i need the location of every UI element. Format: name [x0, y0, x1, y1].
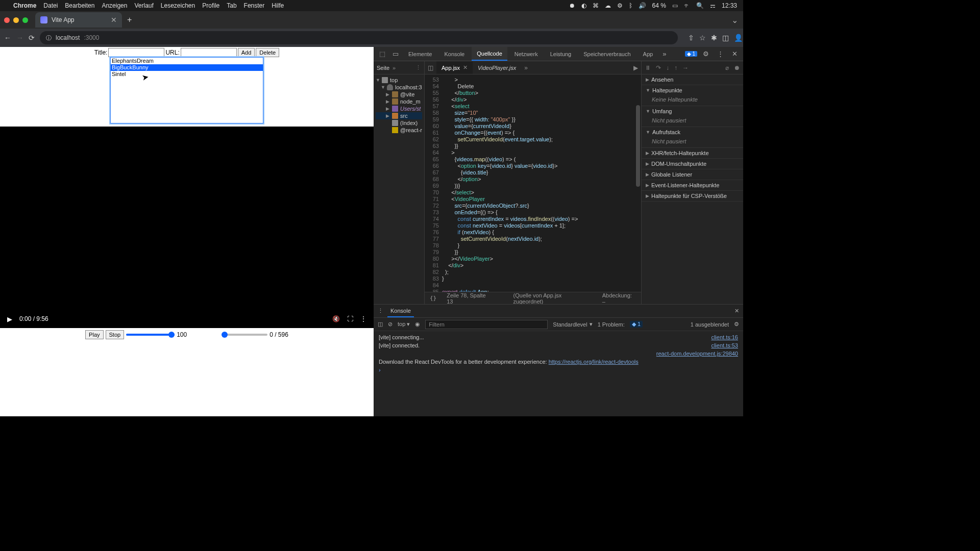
menu-tab[interactable]: Tab	[227, 2, 236, 9]
global-listener-section[interactable]: Globale Listener	[651, 171, 692, 178]
minimize-window-button[interactable]	[13, 17, 19, 23]
mute-icon[interactable]: 🔇	[332, 315, 340, 322]
xhr-section[interactable]: XHR/fetch-Haltepunkte	[651, 150, 709, 156]
editor-scrollbar[interactable]	[636, 105, 640, 187]
play-icon[interactable]: ▶	[7, 315, 12, 323]
editor-run-icon[interactable]: ▶	[630, 64, 641, 71]
video-menu-icon[interactable]: ⋮	[360, 315, 366, 322]
maximize-window-button[interactable]	[22, 17, 28, 23]
close-drawer-icon[interactable]: ✕	[734, 308, 739, 314]
seek-slider[interactable]	[222, 334, 267, 336]
format-icon[interactable]: {}	[430, 295, 436, 302]
tab-elemente[interactable]: Elemente	[403, 47, 437, 61]
tab-app[interactable]: App	[638, 47, 658, 61]
pause-icon[interactable]: ⏸	[645, 64, 651, 71]
menubar-status-icon[interactable]: ☁	[605, 2, 611, 9]
inspect-icon[interactable]: ⬚	[377, 50, 388, 58]
watch-section[interactable]: Ansehen	[651, 77, 673, 83]
menu-fenster[interactable]: Fenster	[244, 2, 265, 9]
volume-slider[interactable]	[126, 334, 175, 336]
bookmark-icon[interactable]: ☆	[699, 34, 706, 42]
tab-konsole[interactable]: Konsole	[439, 47, 470, 61]
step-out-icon[interactable]: ↑	[674, 64, 677, 71]
search-icon[interactable]: 🔍	[696, 2, 704, 9]
file-tree[interactable]: ▼top ▼localhost:3 ▶@vite ▶node_m ▶Users/…	[374, 74, 424, 136]
url-input[interactable]	[181, 48, 237, 57]
live-expression-icon[interactable]: ◉	[415, 321, 420, 328]
wifi-icon[interactable]: ᯤ	[684, 2, 690, 9]
close-tab-icon[interactable]: ✕	[111, 16, 117, 24]
reload-button[interactable]: ⟳	[29, 34, 35, 42]
page-tab[interactable]: Seite	[377, 65, 389, 71]
pause-exceptions-icon[interactable]: ⏺	[734, 64, 740, 71]
nav-menu-icon[interactable]: ⋮	[415, 64, 421, 71]
address-bar[interactable]: ⓘ localhost:3000	[40, 31, 678, 44]
select-option[interactable]: Sintel	[111, 71, 263, 78]
close-tab-icon[interactable]: ✕	[463, 64, 468, 71]
tab-netzwerk[interactable]: Netzwerk	[509, 47, 543, 61]
browser-tab[interactable]: Vite App ✕	[35, 12, 122, 28]
drawer-menu-icon[interactable]: ⋮	[378, 308, 383, 314]
callstack-section[interactable]: Aufrufstack	[652, 129, 680, 135]
clear-console-icon[interactable]: ⊘	[388, 321, 393, 328]
tab-leistung[interactable]: Leistung	[545, 47, 577, 61]
menubar-status-icon[interactable]: ⌘	[593, 2, 599, 9]
problems-badge[interactable]: ◆ 1	[630, 321, 643, 328]
console-context[interactable]: top ▾	[398, 321, 410, 328]
console-filter-input[interactable]: Filtern	[425, 320, 548, 329]
menubar-status-icon[interactable]: ⚙	[617, 2, 623, 9]
video-select[interactable]: ElephantsDreamBigBuckBunnySintel	[110, 57, 263, 123]
share-icon[interactable]: ⇧	[688, 34, 694, 42]
code-editor[interactable]: 5354555657585960616263646566676869707172…	[425, 74, 641, 292]
devtools-menu-icon[interactable]: ⋮	[715, 50, 726, 58]
tab-speicher[interactable]: Speicherverbrauch	[578, 47, 635, 61]
delete-button[interactable]: Delete	[256, 48, 279, 57]
log-level-select[interactable]: Standardlevel ▾	[553, 321, 592, 328]
more-nav-icon[interactable]: »	[393, 65, 396, 71]
event-listener-section[interactable]: Event-Listener-Haltepunkte	[651, 182, 719, 188]
menu-bearbeiten[interactable]: Bearbeiten	[65, 2, 94, 9]
control-center-icon[interactable]: ⚎	[710, 2, 716, 9]
console-tab[interactable]: Konsole	[387, 305, 414, 317]
console-settings-icon[interactable]: ⚙	[734, 321, 739, 328]
menu-hilfe[interactable]: Hilfe	[272, 2, 284, 9]
more-tabs-icon[interactable]: »	[660, 50, 669, 58]
select-option[interactable]: ElephantsDream	[111, 58, 263, 64]
volume-icon[interactable]: 🔊	[639, 2, 646, 9]
problems-label[interactable]: 1 Problem:	[598, 321, 625, 328]
issues-badge[interactable]: ◆ 1	[685, 51, 697, 57]
tab-overflow-icon[interactable]: ⌄	[726, 15, 743, 25]
step-icon[interactable]: →	[682, 64, 689, 71]
device-toggle-icon[interactable]: ▭	[390, 50, 401, 58]
menu-verlauf[interactable]: Verlauf	[134, 2, 153, 9]
battery-icon[interactable]: ▭	[672, 2, 678, 9]
play-button[interactable]: Play	[85, 330, 103, 339]
editor-nav-icon[interactable]: ◫	[425, 64, 436, 71]
step-over-icon[interactable]: ↷	[656, 64, 661, 71]
editor-tab-videoplayer[interactable]: VideoPlayer.jsx	[473, 61, 521, 74]
console-output[interactable]: [vite] connecting...client.ts:16 [vite] …	[374, 331, 743, 416]
dom-section[interactable]: DOM-Umschaltpunkte	[651, 161, 706, 167]
menubar-clock[interactable]: 12:33	[722, 2, 737, 9]
menubar-status-icon[interactable]: ◐	[581, 2, 586, 9]
menu-anzeigen[interactable]: Anzeigen	[102, 2, 127, 9]
stop-button[interactable]: Stop	[106, 330, 125, 339]
title-input[interactable]	[108, 48, 164, 57]
csp-section[interactable]: Haltepunkte für CSP-Verstöße	[651, 193, 727, 199]
breakpoints-section[interactable]: Haltepunkte	[652, 87, 682, 93]
select-option[interactable]: BigBuckBunny	[111, 64, 263, 71]
settings-icon[interactable]: ⚙	[700, 50, 712, 58]
tab-quellcode[interactable]: Quellcode	[472, 47, 507, 61]
menu-profile[interactable]: Profile	[202, 2, 219, 9]
extensions-icon[interactable]: ✱	[711, 34, 717, 42]
menu-datei[interactable]: Datei	[43, 2, 58, 9]
scope-section[interactable]: Umfang	[652, 108, 672, 114]
video-player[interactable]: ▶ 0:00 / 9:56 🔇 ⛶ ⋮	[0, 127, 374, 328]
back-button[interactable]: ←	[4, 34, 11, 42]
deactivate-breakpoints-icon[interactable]: ⌀	[725, 64, 729, 71]
more-editor-tabs-icon[interactable]: »	[521, 64, 531, 71]
close-devtools-icon[interactable]: ✕	[729, 50, 740, 58]
menubar-status-icon[interactable]: ⏺	[569, 2, 575, 9]
bluetooth-icon[interactable]: ᛒ	[629, 2, 632, 9]
step-into-icon[interactable]: ↓	[666, 64, 669, 71]
